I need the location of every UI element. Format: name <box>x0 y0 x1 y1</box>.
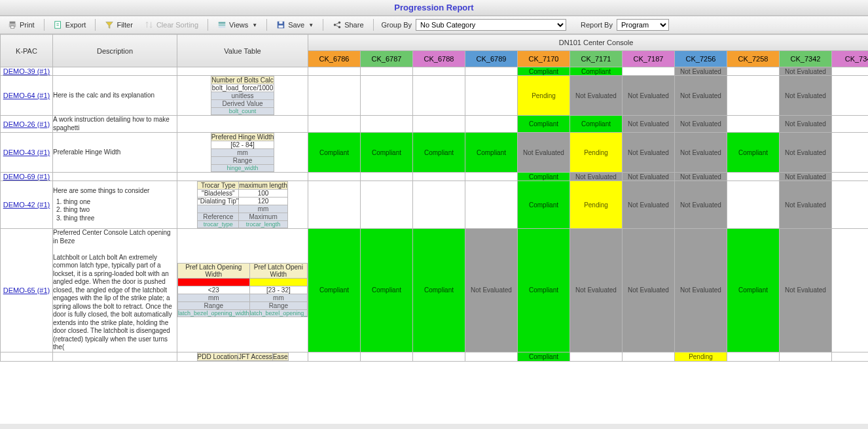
status-cell[interactable]: Compliant <box>308 133 361 173</box>
status-cell[interactable]: Not Evaluated <box>675 181 727 229</box>
status-cell[interactable]: Compliant <box>518 67 570 76</box>
status-cell[interactable] <box>308 76 361 116</box>
kpac-link[interactable]: DEMO-64 (#1) <box>1 76 53 116</box>
ck-column-header[interactable]: CK_6789 <box>465 51 518 67</box>
column-header-description[interactable]: Description <box>53 35 177 67</box>
status-cell[interactable]: Compliant <box>413 229 465 352</box>
status-cell[interactable]: Compliant <box>308 229 361 352</box>
status-cell[interactable]: Pending <box>518 76 570 116</box>
status-cell[interactable]: Not Evaluated <box>623 229 675 352</box>
status-cell[interactable] <box>308 352 361 361</box>
status-cell[interactable]: Not Evaluated <box>675 229 727 352</box>
ck-column-header[interactable]: CK_6787 <box>361 51 413 67</box>
status-cell[interactable] <box>465 116 518 133</box>
status-cell[interactable] <box>465 352 518 361</box>
status-cell[interactable] <box>727 173 780 181</box>
status-cell[interactable] <box>413 116 465 133</box>
status-cell[interactable]: Compliant <box>465 133 518 173</box>
status-cell[interactable]: Compliant <box>727 133 780 173</box>
status-cell[interactable]: Not Evaluated <box>780 76 832 116</box>
ck-column-header[interactable]: CK_7171 <box>570 51 623 67</box>
status-cell[interactable] <box>361 116 413 133</box>
filter-button[interactable]: Filter <box>101 19 136 31</box>
status-cell[interactable] <box>465 76 518 116</box>
ck-column-header[interactable]: CK_7258 <box>727 51 780 67</box>
share-button[interactable]: Share <box>329 19 367 31</box>
status-cell[interactable]: Compliant <box>361 133 413 173</box>
ck-column-header[interactable]: CK_7256 <box>675 51 727 67</box>
status-cell[interactable]: Not Evaluated <box>675 67 727 76</box>
ck-column-header[interactable]: CK_7170 <box>518 51 570 67</box>
status-cell[interactable]: Compliant <box>518 352 570 361</box>
ck-column-header[interactable]: CK_7187 <box>623 51 675 67</box>
ck-column-header[interactable]: CK_6788 <box>413 51 465 67</box>
status-cell[interactable]: Not Evaluated <box>780 67 832 76</box>
ck-column-header[interactable]: CK_7342 <box>780 51 832 67</box>
status-cell[interactable]: Not Evaluated <box>780 116 832 133</box>
status-cell[interactable]: Pending <box>570 133 623 173</box>
status-cell[interactable]: Compliant <box>413 133 465 173</box>
status-cell[interactable]: Compliant <box>361 229 413 352</box>
status-cell[interactable] <box>727 67 780 76</box>
kpac-link[interactable]: DEMO-69 (#1) <box>1 173 53 181</box>
status-cell[interactable]: Not Evaluated <box>623 116 675 133</box>
status-cell[interactable] <box>727 76 780 116</box>
status-cell[interactable]: Not Evaluated <box>780 181 832 229</box>
status-cell[interactable]: Not Evaluated <box>780 229 832 352</box>
status-cell[interactable]: Compliant <box>518 116 570 133</box>
status-cell[interactable] <box>832 229 869 352</box>
status-cell[interactable]: Pending <box>675 352 727 361</box>
views-button[interactable]: Views ▼ <box>213 19 261 31</box>
kpac-link[interactable]: DEMO-39 (#1) <box>1 67 53 76</box>
status-cell[interactable] <box>361 173 413 181</box>
status-cell[interactable]: Not Evaluated <box>518 133 570 173</box>
report-by-select[interactable]: Program <box>617 19 669 31</box>
status-cell[interactable] <box>308 181 361 229</box>
ck-column-header[interactable]: CK_734 <box>832 51 869 67</box>
kpac-link[interactable] <box>1 352 53 361</box>
status-cell[interactable] <box>832 133 869 173</box>
status-cell[interactable]: Compliant <box>727 229 780 352</box>
status-cell[interactable]: Not Evaluated <box>623 76 675 116</box>
kpac-link[interactable]: DEMO-65 (#1) <box>1 229 53 352</box>
status-cell[interactable] <box>308 67 361 76</box>
status-cell[interactable] <box>361 181 413 229</box>
status-cell[interactable] <box>413 352 465 361</box>
status-cell[interactable] <box>465 67 518 76</box>
status-cell[interactable]: Not Evaluated <box>780 133 832 173</box>
status-cell[interactable] <box>413 181 465 229</box>
status-cell[interactable]: Pending <box>570 181 623 229</box>
status-cell[interactable]: Not Evaluated <box>675 133 727 173</box>
kpac-link[interactable]: DEMO-42 (#1) <box>1 181 53 229</box>
status-cell[interactable] <box>832 173 869 181</box>
column-header-kpac[interactable]: K-PAC <box>1 35 53 67</box>
status-cell[interactable]: Not Evaluated <box>675 116 727 133</box>
status-cell[interactable] <box>623 352 675 361</box>
status-cell[interactable]: Compliant <box>518 181 570 229</box>
status-cell[interactable] <box>570 352 623 361</box>
status-cell[interactable] <box>465 173 518 181</box>
save-button[interactable]: Save ▼ <box>272 19 317 31</box>
status-cell[interactable]: Not Evaluated <box>570 229 623 352</box>
status-cell[interactable]: Not Evaluated <box>623 181 675 229</box>
status-cell[interactable] <box>361 67 413 76</box>
print-button[interactable]: Print <box>4 19 39 31</box>
status-cell[interactable]: Compliant <box>570 116 623 133</box>
status-cell[interactable]: Not Evaluated <box>570 173 623 181</box>
status-cell[interactable] <box>727 116 780 133</box>
kpac-link[interactable]: DEMO-43 (#1) <box>1 133 53 173</box>
status-cell[interactable] <box>832 352 869 361</box>
status-cell[interactable] <box>727 181 780 229</box>
status-cell[interactable] <box>623 67 675 76</box>
status-cell[interactable]: Not Evaluated <box>623 133 675 173</box>
status-cell[interactable]: Not Evaluated <box>780 173 832 181</box>
status-cell[interactable]: Not Evaluated <box>675 173 727 181</box>
status-cell[interactable]: Compliant <box>518 173 570 181</box>
status-cell[interactable] <box>465 181 518 229</box>
ck-column-header[interactable]: CK_6786 <box>308 51 361 67</box>
status-cell[interactable]: Compliant <box>518 229 570 352</box>
status-cell[interactable]: Compliant <box>570 67 623 76</box>
status-cell[interactable]: Not Evaluated <box>623 173 675 181</box>
status-cell[interactable] <box>361 352 413 361</box>
status-cell[interactable] <box>780 352 832 361</box>
